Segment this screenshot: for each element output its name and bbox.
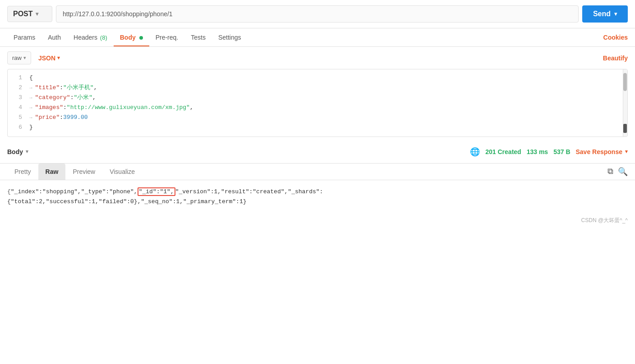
method-label: POST	[13, 10, 33, 18]
response-size: 537 B	[553, 148, 570, 155]
response-bar: Body ▾ 🌐 201 Created 133 ms 537 B Save R…	[0, 141, 635, 163]
highlighted-id: "_id":"1",	[138, 187, 175, 196]
format-bar: raw ▾ JSON ▾ Beautify	[0, 47, 635, 69]
response-tab-preview[interactable]: Preview	[65, 164, 102, 180]
body-label: Body	[7, 148, 23, 155]
globe-icon: 🌐	[470, 147, 480, 157]
response-body: {"_index":"shopping","_type":"phone","_i…	[0, 180, 635, 215]
response-tab-pretty[interactable]: Pretty	[7, 164, 38, 180]
json-label: JSON	[38, 55, 55, 62]
request-body-editor[interactable]: 1 2 3 4 5 6 { →"title":"小米手机", →"categor…	[7, 69, 628, 137]
save-chevron-icon: ▾	[625, 149, 628, 155]
tab-headers[interactable]: Headers (8)	[67, 28, 114, 46]
tab-auth[interactable]: Auth	[41, 28, 67, 46]
raw-format-dropdown[interactable]: raw ▾	[7, 51, 31, 64]
json-format-dropdown[interactable]: JSON ▾	[35, 52, 64, 64]
response-time: 133 ms	[527, 148, 548, 155]
save-response-button[interactable]: Save Response ▾	[576, 148, 628, 155]
search-icon[interactable]: 🔍	[618, 167, 628, 177]
request-tab-nav: Params Auth Headers (8) Body Pre-req. Te…	[0, 28, 635, 47]
url-bar: POST ▾ Send ▾	[0, 0, 635, 28]
beautify-button[interactable]: Beautify	[603, 55, 628, 62]
response-tab-nav: Pretty Raw Preview Visualize ⧉ 🔍	[0, 163, 635, 180]
url-input[interactable]	[56, 5, 579, 23]
tab-body[interactable]: Body	[114, 28, 149, 46]
response-tab-raw[interactable]: Raw	[38, 164, 66, 180]
method-chevron-icon: ▾	[36, 11, 38, 17]
send-label: Send	[593, 10, 611, 18]
tab-prereq[interactable]: Pre-req.	[149, 28, 185, 46]
tab-tests[interactable]: Tests	[184, 28, 212, 46]
cookies-link[interactable]: Cookies	[603, 34, 628, 41]
line-numbers: 1 2 3 4 5 6	[8, 73, 26, 133]
response-line-2: {"total":2,"successful":1,"failed":0},"_…	[7, 197, 628, 207]
tab-params[interactable]: Params	[7, 28, 41, 46]
headers-badge: (8)	[100, 34, 107, 41]
body-active-dot	[139, 36, 143, 40]
raw-label: raw	[12, 55, 22, 61]
copy-icon[interactable]: ⧉	[607, 167, 613, 176]
json-chevron-icon: ▾	[57, 55, 60, 61]
raw-chevron-icon: ▾	[23, 55, 26, 61]
tab-settings[interactable]: Settings	[212, 28, 248, 46]
response-tools: ⧉ 🔍	[607, 167, 628, 177]
response-tab-visualize[interactable]: Visualize	[102, 164, 142, 180]
send-chevron-icon: ▾	[614, 11, 617, 17]
send-button[interactable]: Send ▾	[582, 5, 628, 23]
body-chevron-icon: ▾	[26, 149, 28, 155]
response-status: 201 Created	[485, 148, 521, 155]
code-content[interactable]: { →"title":"小米手机", →"category":"小米", →"i…	[26, 73, 627, 133]
method-dropdown[interactable]: POST ▾	[7, 6, 52, 22]
response-body-dropdown[interactable]: Body ▾	[7, 148, 28, 155]
response-line-1: {"_index":"shopping","_type":"phone","_i…	[7, 187, 628, 197]
watermark: CSDN @大坏蛋^_^	[0, 215, 635, 228]
